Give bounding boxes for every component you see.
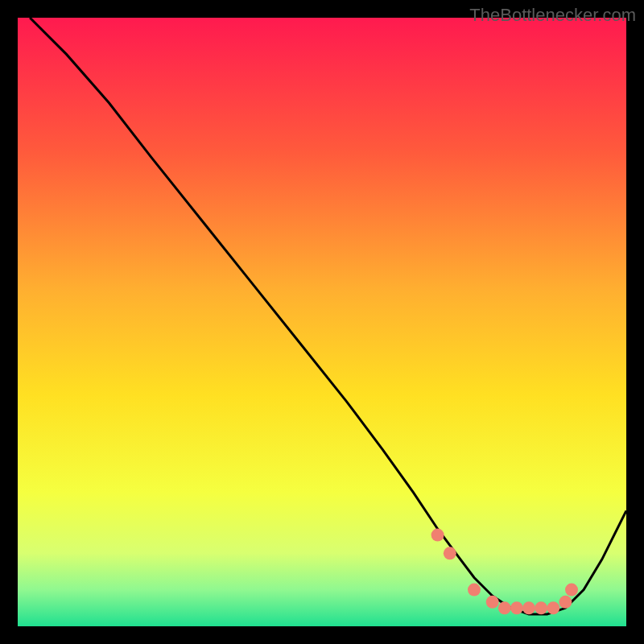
marker-dot — [559, 596, 572, 609]
marker-dot — [468, 584, 481, 597]
marker-dot — [547, 601, 559, 614]
chart-container: TheBottlenecker.com — [0, 0, 644, 644]
watermark-text: TheBottlenecker.com — [469, 5, 636, 26]
marker-dot — [498, 601, 511, 614]
marker-dot — [444, 547, 456, 559]
chart-svg — [18, 18, 626, 626]
marker-dot — [565, 584, 578, 597]
marker-dot — [535, 601, 547, 614]
marker-dot — [510, 601, 523, 614]
marker-dots — [431, 529, 578, 615]
marker-dot — [486, 596, 499, 609]
plot-area — [18, 18, 626, 626]
marker-dot — [431, 529, 444, 542]
marker-dot — [522, 601, 535, 614]
line-series-curve — [30, 18, 626, 614]
